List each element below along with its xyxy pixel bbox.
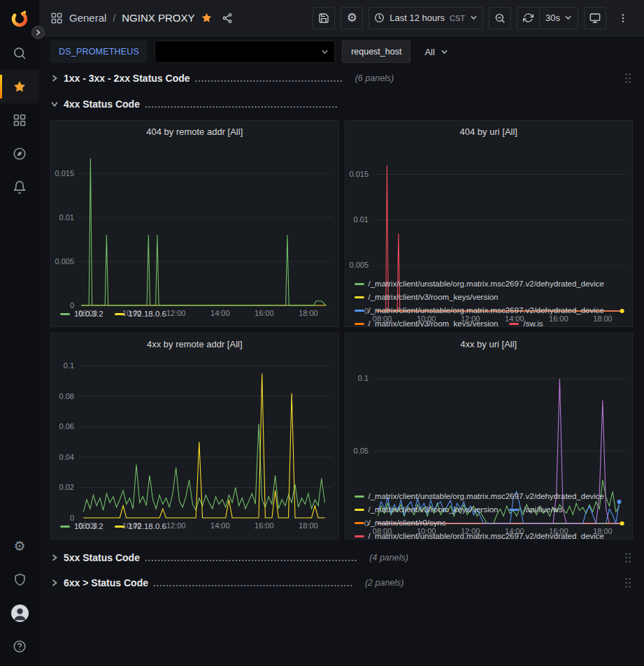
row-drag-handle[interactable] <box>623 551 633 565</box>
sidebar-item-alerting[interactable] <box>0 171 39 204</box>
top-navbar: General / NGINX PROXY ⚙ Last 12 hours CS… <box>39 0 644 36</box>
sidebar-item-configuration[interactable]: ⚙ <box>0 529 39 563</box>
zoom-out-icon <box>494 13 506 24</box>
panel-legend: 10.0.3.2172.18.0.6 <box>51 519 338 539</box>
legend-item[interactable]: /_matrix/client/unstable/org.matrix.msc2… <box>355 490 605 503</box>
row-drag-handle[interactable] <box>623 576 633 590</box>
svg-text:0.04: 0.04 <box>59 453 74 461</box>
svg-text:0.01: 0.01 <box>353 215 368 224</box>
legend-item[interactable]: /_matrix/client/v3/room_keys/version <box>355 317 499 326</box>
save-dashboard-button[interactable] <box>313 7 335 29</box>
svg-text:0.005: 0.005 <box>55 257 74 266</box>
legend-label: /sw.js <box>523 317 543 326</box>
clock-icon <box>374 13 385 23</box>
kebab-menu-icon <box>617 13 629 24</box>
svg-text:0.02: 0.02 <box>59 483 74 491</box>
sidebar-item-profile[interactable] <box>0 596 39 630</box>
row-title-dots: ........................................… <box>145 553 357 563</box>
legend-label: /_matrix/client/v3/room_keys/version <box>368 317 499 326</box>
panel-title[interactable]: 404 by uri [All] <box>345 121 633 142</box>
legend-item[interactable]: /_matrix/client/unstable/org.matrix.msc2… <box>355 304 605 317</box>
legend-item[interactable]: /sw.js <box>509 317 543 326</box>
chart-svg: 00.020.040.060.080.108:0010:0012:0014:00… <box>51 354 338 532</box>
chevron-down-icon <box>50 100 59 108</box>
legend-item[interactable]: 10.0.3.2 <box>60 307 103 321</box>
panel-title[interactable]: 4xx by remote addr [All] <box>51 333 338 354</box>
legend-item[interactable]: /api/live/ws <box>509 503 562 516</box>
dashboard-settings-button[interactable]: ⚙ <box>341 7 363 29</box>
request-host-variable-select[interactable]: All <box>417 41 455 63</box>
breadcrumb-folder[interactable]: General <box>69 12 106 24</box>
chevron-right-icon <box>50 553 59 562</box>
main-area: General / NGINX PROXY ⚙ Last 12 hours CS… <box>39 0 644 666</box>
row-panel-count: (4 panels) <box>369 553 408 563</box>
time-range-picker[interactable]: Last 12 hours CST <box>368 7 483 29</box>
variables-row: DS_PROMETHEUS request_host All <box>39 36 644 67</box>
row-6xx[interactable]: 6xx > Status Code ......................… <box>50 573 633 593</box>
datasource-variable-label[interactable]: DS_PROMETHEUS <box>50 41 148 63</box>
share-icon[interactable] <box>222 13 233 24</box>
sidebar-item-explore[interactable] <box>0 137 39 171</box>
row-title: 6xx > Status Code <box>64 577 148 588</box>
sidebar-item-help[interactable] <box>0 630 39 663</box>
sidebar-item-starred[interactable] <box>0 70 39 103</box>
more-options-button[interactable] <box>612 7 634 29</box>
legend-swatch-icon <box>355 283 364 285</box>
legend-item[interactable]: 172.18.0.6 <box>115 520 166 533</box>
zoom-out-button[interactable] <box>489 7 511 29</box>
sidebar-item-search[interactable] <box>0 36 39 70</box>
row-1xx-3xx-2xx[interactable]: 1xx - 3xx - 2xx Status Code ............… <box>50 68 633 88</box>
sidebar-item-dashboards[interactable] <box>0 103 39 137</box>
svg-text:0.1: 0.1 <box>357 374 368 382</box>
legend-label: /_matrix/client/unstable/org.matrix.msc2… <box>368 277 605 291</box>
panel-legend: /_matrix/client/unstable/org.matrix.msc2… <box>345 488 633 539</box>
sidebar-expand-button[interactable] <box>31 26 45 39</box>
chart-404-by-remote-addr[interactable]: 00.0050.010.01508:0010:0012:0014:0016:00… <box>51 142 338 306</box>
datasource-variable-select[interactable] <box>155 41 335 63</box>
legend-swatch-icon <box>355 296 364 298</box>
chart-4xx-by-uri[interactable]: 00.050.108:0010:0012:0014:0016:0018:00 <box>345 354 633 488</box>
legend-label: /_matrix/client/v3/room_keys/version <box>368 503 499 516</box>
refresh-interval-value: 30s <box>545 13 560 23</box>
svg-text:0.01: 0.01 <box>59 213 74 222</box>
refresh-button[interactable] <box>517 8 539 29</box>
panel-title[interactable]: 404 by remote addr [All] <box>51 121 338 142</box>
legend-item[interactable]: /_matrix/client/unstable/org.matrix.msc2… <box>355 277 605 291</box>
panel-404-by-remote-addr: 404 by remote addr [All] 00.0050.010.015… <box>50 120 339 327</box>
tv-mode-button[interactable] <box>584 7 606 29</box>
legend-item[interactable]: 10.0.3.2 <box>60 520 103 533</box>
bell-icon <box>13 180 27 194</box>
compass-icon <box>13 147 27 161</box>
chart-4xx-by-remote-addr[interactable]: 00.020.040.060.080.108:0010:0012:0014:00… <box>51 354 338 519</box>
panel-legend: 10.0.3.2172.18.0.6 <box>51 306 338 326</box>
legend-item[interactable]: 172.18.0.6 <box>115 307 166 321</box>
row-5xx[interactable]: 5xx Status Code ........................… <box>50 548 633 567</box>
gear-icon: ⚙ <box>13 540 25 553</box>
legend-item[interactable]: /_matrix/client/r0/sync <box>355 516 446 530</box>
legend-swatch-icon <box>60 526 70 528</box>
legend-item[interactable]: /_matrix/client/v3/room_keys/version <box>355 503 499 516</box>
panel-4xx-by-remote-addr: 4xx by remote addr [All] 00.020.040.060.… <box>50 333 339 540</box>
chevron-down-icon <box>470 14 478 22</box>
row-title-dots: ........................................… <box>145 99 338 110</box>
sidebar-item-server-admin[interactable] <box>0 563 39 596</box>
refresh-interval-dropdown[interactable]: 30s <box>540 8 578 29</box>
legend-swatch-icon <box>355 323 364 325</box>
legend-label: /api/live/ws <box>523 503 562 516</box>
row-4xx[interactable]: 4xx Status Code ........................… <box>50 94 633 114</box>
gear-icon: ⚙ <box>347 12 357 24</box>
request-host-variable-label[interactable]: request_host <box>342 41 410 63</box>
legend-label: /_matrix/client/v3/room_keys/version <box>368 291 499 304</box>
panel-4xx-by-uri: 4xx by uri [All] 00.050.108:0010:0012:00… <box>345 333 634 540</box>
row-drag-handle[interactable] <box>623 71 633 85</box>
legend-label: 10.0.3.2 <box>74 307 103 321</box>
favorite-star-icon[interactable] <box>201 12 213 24</box>
legend-item[interactable]: /_matrix/client/unstable/org.matrix.msc2… <box>355 530 605 539</box>
legend-item[interactable]: /_matrix/client/v3/room_keys/version <box>355 291 499 304</box>
legend-swatch-icon <box>509 509 519 511</box>
chart-svg: 00.0050.010.01508:0010:0012:0014:0016:00… <box>51 142 338 319</box>
legend-swatch-icon <box>355 522 364 524</box>
chart-404-by-uri[interactable]: 00.0050.010.01508:0010:0012:0014:0016:00… <box>345 142 633 276</box>
help-circle-icon <box>13 639 27 653</box>
panel-title[interactable]: 4xx by uri [All] <box>345 333 633 354</box>
